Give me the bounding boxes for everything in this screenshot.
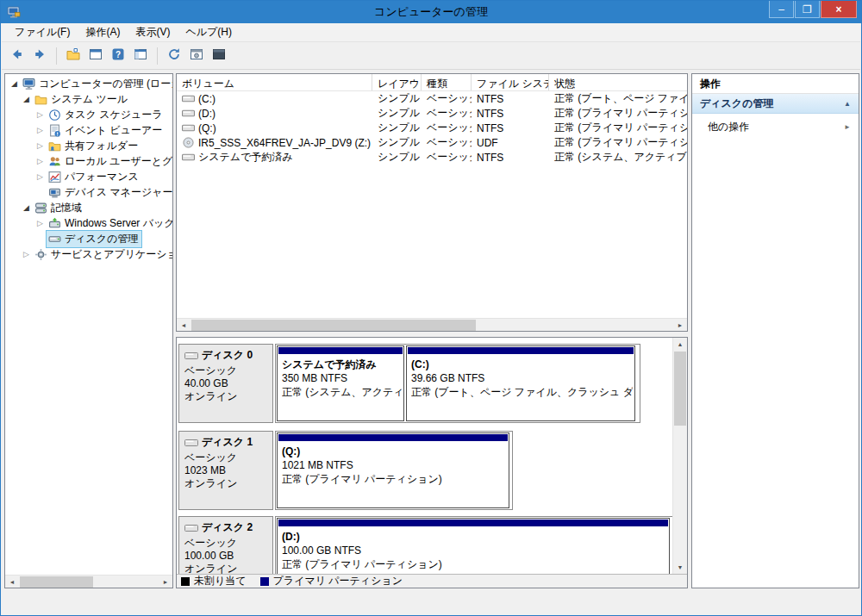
partition-status: 正常 (プライマリ パーティション) (282, 472, 507, 486)
tree-item-system-tools[interactable]: システム ツール (5, 91, 172, 107)
console-window-button[interactable] (85, 46, 106, 66)
volume-type: ベーシック (422, 121, 472, 135)
tree-item-windows-server-backup[interactable]: Windows Server バックアップ (5, 215, 172, 231)
tree-item-local-users-groups[interactable]: ローカル ユーザーとグループ (5, 153, 172, 169)
tree-item-performance[interactable]: パフォーマンス (5, 169, 172, 184)
menu-view[interactable]: 表示(V) (128, 23, 178, 41)
column-header-volume[interactable]: ボリューム (177, 74, 372, 90)
tree-item-task-scheduler[interactable]: タスク スケジューラ (5, 107, 172, 122)
expander-icon[interactable] (21, 203, 32, 212)
scrollbar-thumb[interactable] (20, 576, 93, 588)
volume-row-system-reserved[interactable]: システムで予約済み シンプル ベーシック NTFS 正常 (システム、アクティブ… (177, 150, 687, 165)
partition-status: 正常 (プライマリ パーティション) (282, 557, 667, 571)
column-header-status[interactable]: 状態 (549, 74, 687, 90)
collapse-chevron-icon[interactable] (844, 100, 851, 108)
partition-size: 100.00 GB NTFS (282, 544, 667, 557)
scroll-left-arrow[interactable] (177, 319, 191, 332)
partition-label: (C:) (411, 358, 633, 371)
volume-horizontal-scrollbar[interactable] (177, 318, 687, 331)
forward-icon (33, 47, 47, 64)
scroll-right-arrow[interactable] (159, 576, 172, 588)
expander-icon[interactable] (34, 172, 46, 181)
partition-d[interactable]: (D:) 100.00 GB NTFS 正常 (プライマリ パーティション) (277, 518, 670, 574)
maximize-button[interactable]: ❐ (795, 1, 820, 18)
refresh-button[interactable] (164, 46, 184, 66)
menu-help[interactable]: ヘルプ(H) (178, 23, 240, 41)
export-list-button[interactable] (63, 46, 84, 66)
tree-item-services-applications[interactable]: サービスとアプリケーション (5, 246, 172, 262)
volume-filesystem: NTFS (472, 122, 549, 134)
close-button[interactable]: × (821, 1, 857, 18)
tree-item-computer-management[interactable]: コンピューターの管理 (ローカル) (5, 76, 172, 91)
scrollbar-thumb[interactable] (674, 352, 686, 426)
column-header-layout[interactable]: レイアウト (372, 74, 422, 90)
help-icon: ? (111, 47, 125, 64)
partition-q[interactable]: (Q:) 1021 MB NTFS 正常 (プライマリ パーティション) (277, 432, 509, 508)
volume-row-c[interactable]: (C:) シンプル ベーシック NTFS 正常 (ブート、ページ ファイル、クラ… (177, 91, 687, 106)
menu-file[interactable]: ファイル(F) (7, 23, 78, 41)
tree-item-shared-folders[interactable]: 共有フォルダー (5, 138, 172, 153)
minimize-button[interactable]: – (769, 1, 794, 18)
volume-row-q[interactable]: (Q:) シンプル ベーシック NTFS 正常 (プライマリ パーティション) (177, 121, 687, 135)
volume-layout: シンプル (372, 106, 422, 121)
column-header-filesystem[interactable]: ファイル システム (472, 74, 549, 90)
tree-item-label: デバイス マネージャー (65, 185, 172, 200)
scrollbar-thumb[interactable] (191, 320, 476, 331)
volume-row-d[interactable]: (D:) シンプル ベーシック NTFS 正常 (プライマリ パーティション) (177, 106, 687, 121)
event-viewer-icon (48, 124, 61, 137)
volume-filesystem: NTFS (472, 108, 549, 120)
scroll-down-arrow[interactable] (673, 561, 687, 574)
volume-name: (C:) (198, 93, 216, 105)
column-header-type[interactable]: 種類 (422, 74, 472, 90)
menu-action[interactable]: 操作(A) (78, 23, 128, 41)
disk-status: オンライン (184, 563, 267, 574)
expander-icon[interactable] (34, 157, 46, 165)
forward-button[interactable] (29, 46, 50, 66)
tree-horizontal-scrollbar[interactable] (5, 575, 172, 588)
tree-item-device-manager[interactable]: デバイス マネージャー (5, 184, 172, 200)
windows-server-backup-icon (48, 217, 61, 230)
scroll-up-arrow[interactable] (673, 338, 687, 351)
disk-name: ディスク 1 (202, 435, 253, 450)
more-actions-item[interactable]: 他の操作 (692, 114, 859, 134)
expander-icon[interactable] (34, 126, 46, 134)
tree-item-storage[interactable]: 記憶域 (5, 200, 172, 215)
volume-row-z[interactable]: IR5_SSS_X64FREV_JA-JP_DV9 (Z:) シンプル ベーシッ… (177, 135, 687, 150)
expander-icon[interactable] (9, 79, 20, 88)
disk-1-header[interactable]: ディスク 1 ベーシック 1023 MB オンライン (178, 431, 273, 510)
new-window-button[interactable] (209, 46, 229, 66)
expander-icon[interactable] (34, 141, 46, 150)
disk-0-header[interactable]: ディスク 0 ベーシック 40.00 GB オンライン (178, 344, 273, 423)
disk-vertical-scrollbar[interactable] (672, 338, 687, 574)
expander-icon[interactable] (21, 250, 32, 258)
tree-item-disk-management[interactable]: ディスクの管理 (5, 231, 172, 246)
show-console-tree-button[interactable] (130, 46, 151, 66)
expander-icon[interactable] (21, 95, 32, 103)
drive-icon (182, 108, 195, 119)
back-icon (10, 47, 24, 64)
actions-section-disk-management[interactable]: ディスクの管理 (692, 94, 859, 114)
expander-icon[interactable] (34, 219, 46, 227)
back-button[interactable] (7, 46, 28, 66)
drive-icon (182, 152, 195, 163)
tree-item-event-viewer[interactable]: イベント ビューアー (5, 122, 172, 138)
scroll-right-arrow[interactable] (673, 319, 687, 332)
properties-button[interactable] (186, 46, 207, 66)
help-button[interactable]: ? (108, 46, 128, 66)
scroll-left-arrow[interactable] (5, 576, 19, 588)
disk-2-header[interactable]: ディスク 2 ベーシック 100.00 GB オンライン (178, 516, 273, 574)
disk-size: 1023 MB (184, 464, 267, 477)
system-tools-folder-icon (34, 93, 47, 106)
menu-bar: ファイル(F) 操作(A) 表示(V) ヘルプ(H) (2, 23, 860, 42)
primary-partition-color-bar (408, 347, 634, 354)
partition-c[interactable]: (C:) 39.66 GB NTFS 正常 (ブート、ページ ファイル、クラッシ… (406, 345, 635, 421)
expander-icon[interactable] (34, 110, 46, 119)
drive-icon (182, 93, 195, 104)
partition-size: 350 MB NTFS (282, 371, 402, 385)
partition-label: (Q:) (282, 445, 507, 458)
partition-system-reserved[interactable]: システムで予約済み 350 MB NTFS 正常 (システム、アクティブ、プライ… (277, 345, 404, 421)
title-bar[interactable]: コンピューターの管理 – ❐ × (1, 1, 861, 23)
disk-type: ベーシック (184, 364, 267, 377)
export-list-icon (66, 47, 80, 64)
console-tree: コンピューターの管理 (ローカル) システム ツール タスク スケジューラ イベ… (5, 76, 172, 574)
